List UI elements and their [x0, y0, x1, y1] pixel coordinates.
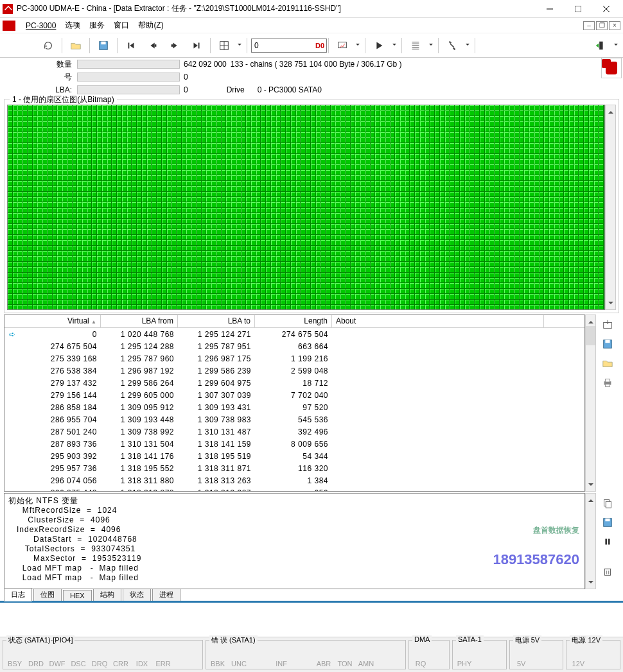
- table-row[interactable]: 287 501 2401 309 738 9921 310 131 487392…: [4, 426, 584, 438]
- svg-marker-12: [194, 42, 198, 48]
- table-row[interactable]: 286 955 7041 309 193 4481 309 738 983545…: [4, 413, 584, 426]
- tab-0[interactable]: 日志: [4, 588, 32, 601]
- scroll-up-icon[interactable]: [586, 494, 595, 504]
- save-button[interactable]: [94, 37, 113, 55]
- cell: 1 295 124 288: [101, 341, 178, 352]
- cell: 1 310 131 504: [101, 439, 178, 449]
- grid-dropdown[interactable]: [236, 37, 243, 55]
- log-copy-button[interactable]: [599, 495, 617, 511]
- error-sata-group: 错 误 (SATA1) BBKUNCINFABRTONAMN: [206, 640, 406, 669]
- exit-button[interactable]: [591, 37, 610, 55]
- minimize-button[interactable]: [536, 0, 564, 18]
- col-length[interactable]: Length: [255, 315, 332, 327]
- lba-value: 0: [180, 85, 188, 94]
- map-action-button[interactable]: [333, 37, 352, 55]
- table-row[interactable]: 279 156 1441 299 605 0001 307 307 0397 7…: [4, 389, 584, 401]
- status-led: ERR: [153, 660, 173, 668]
- hao-value: 0: [180, 73, 188, 82]
- log-panel[interactable]: 初始化 NTFS 变量 MftRecordSize = 1024 Cluster…: [4, 493, 585, 589]
- table-row[interactable]: ➪01 020 448 7681 295 124 271274 675 504: [4, 328, 584, 340]
- close-button[interactable]: [592, 0, 620, 18]
- col-lba-from[interactable]: LBA from: [101, 315, 178, 327]
- export-button[interactable]: [599, 317, 617, 332]
- table-row[interactable]: 275 339 1681 295 787 9601 296 987 1751 1…: [4, 352, 584, 365]
- bitmap-scrollbar[interactable]: [605, 105, 616, 310]
- table-row[interactable]: 295 957 7361 318 195 5521 318 311 871116…: [4, 462, 584, 474]
- tab-1[interactable]: 位图: [33, 588, 62, 601]
- log-save-button[interactable]: [599, 515, 617, 530]
- qty-label: 数量: [6, 59, 77, 70]
- table-row[interactable]: 274 675 5041 295 124 2881 295 787 951663…: [4, 340, 584, 352]
- exit-dropdown[interactable]: [613, 37, 619, 55]
- scroll-track[interactable]: [606, 116, 615, 298]
- nav-last-button[interactable]: [187, 37, 206, 55]
- menu-help[interactable]: 帮助(Z): [134, 19, 167, 32]
- table-row[interactable]: 296 075 4401 318 313 2721 318 313 927656: [4, 487, 584, 491]
- log-pause-button[interactable]: [599, 534, 617, 549]
- density-button[interactable]: [406, 37, 425, 55]
- save-list-button[interactable]: [599, 336, 617, 352]
- tab-2[interactable]: HEX: [63, 590, 92, 601]
- tools-button[interactable]: [443, 37, 462, 55]
- tools-dropdown[interactable]: [464, 37, 471, 55]
- cell: 287 893 736: [20, 439, 101, 449]
- cell: 279 156 144: [20, 390, 101, 401]
- menu-window[interactable]: 窗口: [110, 19, 133, 32]
- density-dropdown[interactable]: [428, 37, 434, 55]
- refresh-button[interactable]: [39, 37, 58, 55]
- table-row[interactable]: 287 893 7361 310 131 5041 318 141 1598 0…: [4, 438, 584, 450]
- mdi-restore-icon[interactable]: ❐: [596, 21, 608, 30]
- scroll-down-icon[interactable]: [586, 480, 595, 491]
- table-row[interactable]: 295 903 3921 318 141 1761 318 195 51954 …: [4, 450, 584, 462]
- table-body[interactable]: ➪01 020 448 7681 295 124 271274 675 5042…: [4, 328, 584, 491]
- cell: 54 344: [255, 451, 332, 461]
- cell: 1 020 448 768: [101, 329, 178, 340]
- nav-first-button[interactable]: [121, 37, 141, 55]
- scroll-up-icon[interactable]: [586, 315, 595, 326]
- grid-toggle-button[interactable]: [215, 37, 234, 55]
- sector-bitmap[interactable]: [7, 105, 605, 310]
- play-button[interactable]: [369, 37, 389, 55]
- tab-3[interactable]: 结构: [93, 588, 121, 601]
- menu-services[interactable]: 服务: [85, 19, 109, 32]
- mdi-close-icon[interactable]: ×: [609, 21, 620, 30]
- play-dropdown[interactable]: [391, 37, 398, 55]
- svg-rect-33: [606, 501, 611, 508]
- svg-rect-35: [605, 519, 610, 522]
- maximize-button[interactable]: [564, 0, 592, 18]
- col-lba-to[interactable]: LBA to: [178, 315, 255, 327]
- table-row[interactable]: 276 538 3841 296 987 1921 299 586 2392 5…: [4, 365, 584, 377]
- drive-dock-icon[interactable]: [601, 58, 622, 78]
- scroll-up-icon[interactable]: [606, 105, 615, 116]
- tab-5[interactable]: 进程: [152, 588, 180, 601]
- print-button[interactable]: [599, 375, 617, 390]
- cell: 1 318 313 263: [178, 476, 255, 486]
- scroll-down-icon[interactable]: [586, 578, 595, 589]
- table-row[interactable]: 296 074 0561 318 311 8801 318 313 2631 3…: [4, 474, 584, 487]
- log-area: 初始化 NTFS 变量 MftRecordSize = 1024 Cluster…: [4, 493, 619, 589]
- mdi-min-icon[interactable]: –: [583, 21, 595, 30]
- svg-rect-1: [575, 6, 581, 12]
- scroll-thumb[interactable]: [586, 326, 595, 480]
- scroll-down-icon[interactable]: [606, 298, 615, 309]
- log-clear-button[interactable]: [599, 564, 617, 579]
- log-scrollbar[interactable]: [585, 493, 596, 589]
- nav-prev-block-button[interactable]: [143, 37, 162, 55]
- hao-label: 号: [6, 72, 77, 83]
- nav-next-block-button[interactable]: [165, 37, 184, 55]
- menu-options[interactable]: 选项: [61, 19, 84, 32]
- table-row[interactable]: 286 858 1841 309 095 9121 309 193 43197 …: [4, 401, 584, 413]
- map-action-dropdown[interactable]: [355, 37, 361, 55]
- col-virtual[interactable]: Virtual ▲: [4, 315, 101, 327]
- col-about[interactable]: About: [332, 315, 544, 327]
- chain-table[interactable]: Virtual ▲LBA fromLBA toLengthAbout ➪01 0…: [4, 314, 585, 492]
- open-list-button[interactable]: [599, 356, 617, 371]
- status-led: BBK: [207, 660, 228, 668]
- tab-4[interactable]: 状态: [123, 588, 151, 601]
- table-row[interactable]: 279 137 4321 299 586 2641 299 604 97518 …: [4, 377, 584, 389]
- table-scrollbar[interactable]: [585, 314, 596, 492]
- scroll-track[interactable]: [586, 504, 595, 578]
- open-button[interactable]: [66, 37, 85, 55]
- menu-app[interactable]: PC-3000: [22, 20, 60, 31]
- table-side-buttons: [596, 314, 619, 492]
